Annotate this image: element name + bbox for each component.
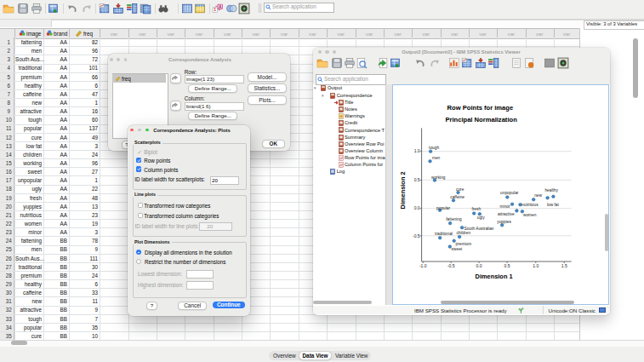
svg-text:0.5: 0.5: [414, 177, 420, 182]
svg-text:0.5: 0.5: [504, 263, 510, 268]
svg-text:Dimension 2: Dimension 2: [399, 171, 407, 209]
svg-text:Row Points for image: Row Points for image: [447, 103, 514, 111]
svg-text:0.0: 0.0: [414, 205, 420, 210]
svg-text:minor: minor: [500, 204, 510, 208]
svg-text:working: working: [431, 175, 446, 179]
svg-text:1: 1: [214, 8, 216, 12]
svg-text:attractive: attractive: [498, 212, 515, 216]
svg-text:women: women: [523, 212, 537, 216]
svg-text:South Australian: South Australian: [464, 226, 494, 230]
svg-text:sweet: sweet: [452, 247, 463, 251]
svg-text:nutritious: nutritious: [521, 203, 539, 207]
svg-text:popular: popular: [436, 205, 450, 210]
svg-text:1.5: 1.5: [561, 263, 567, 268]
svg-text:children: children: [457, 230, 471, 234]
svg-text:A: A: [219, 5, 222, 9]
svg-text:caffeine: caffeine: [451, 194, 465, 198]
svg-text:new: new: [535, 192, 543, 197]
svg-text:1.0: 1.0: [533, 263, 539, 268]
svg-text:men: men: [432, 156, 441, 160]
svg-text:premium: premium: [456, 242, 472, 246]
svg-text:-1.0: -1.0: [419, 263, 427, 268]
svg-text:yuppies: yuppies: [498, 219, 512, 223]
svg-text:-0.5: -0.5: [413, 233, 420, 238]
svg-text:1.0: 1.0: [414, 148, 420, 153]
svg-text:healthy: healthy: [545, 188, 559, 192]
svg-text:-0.5: -0.5: [447, 263, 455, 268]
svg-text:unpopular: unpopular: [500, 190, 519, 194]
svg-text:ugly: ugly: [477, 215, 485, 220]
svg-text:fattening: fattening: [447, 216, 463, 221]
svg-text:0.0: 0.0: [476, 263, 482, 268]
svg-text:traditional: traditional: [435, 231, 453, 235]
svg-text:low fat: low fat: [547, 202, 560, 206]
svg-text:cure: cure: [456, 187, 464, 191]
svg-text:fresh: fresh: [472, 206, 482, 210]
svg-text:Dimension 1: Dimension 1: [476, 273, 513, 280]
svg-text:Principal Normalization: Principal Normalization: [446, 115, 518, 123]
svg-text:tough: tough: [429, 145, 439, 149]
